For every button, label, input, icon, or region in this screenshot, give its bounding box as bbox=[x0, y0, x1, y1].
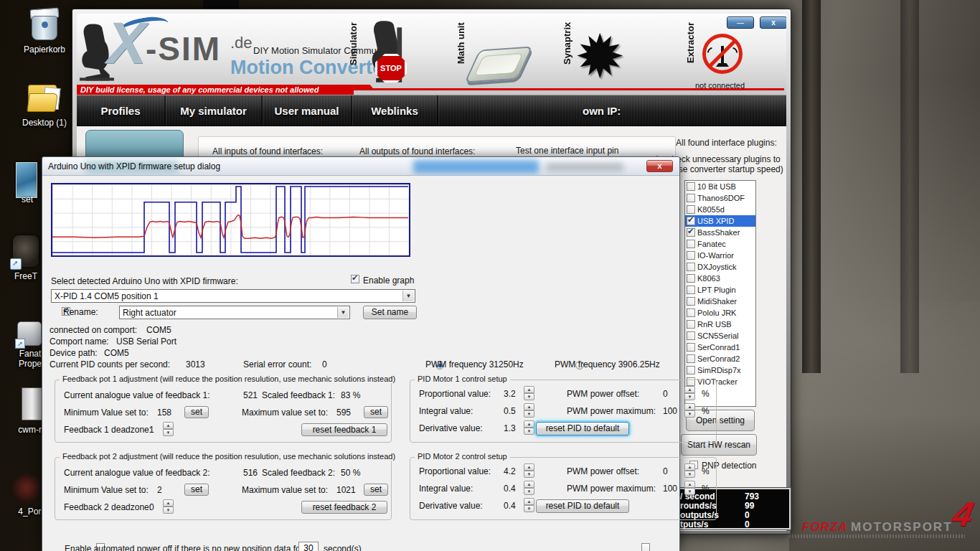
fb2-min-value: 2 bbox=[157, 485, 162, 495]
logo-sim-text: -SIM bbox=[146, 32, 221, 65]
stat-value: 0 bbox=[745, 510, 750, 520]
minimize-button[interactable]: — bbox=[727, 17, 754, 29]
menu-my-simulator[interactable]: My simulator bbox=[166, 95, 263, 126]
group-title: Feedback pot 1 adjustment (will reduce t… bbox=[60, 375, 398, 383]
plugin-name: LPT Plugin bbox=[697, 286, 736, 294]
reset-feedback-2-button[interactable]: reset feedback 2 bbox=[301, 501, 387, 514]
plugin-list-item[interactable]: LPT Plugin bbox=[685, 284, 755, 296]
plugin-list-item[interactable]: 10 Bit USB bbox=[685, 181, 755, 192]
pid1-offset-stepper[interactable]: ▲▼ bbox=[684, 386, 695, 400]
plugin-checkbox[interactable] bbox=[687, 240, 695, 248]
plugin-checkbox[interactable] bbox=[687, 343, 695, 352]
plugin-name: Thanos6DOF bbox=[697, 194, 745, 202]
extra-checkbox[interactable] bbox=[641, 543, 650, 551]
reset-pid-1-button[interactable]: reset PID to default bbox=[536, 422, 629, 435]
plugin-list-item[interactable]: DXJoystick bbox=[685, 261, 755, 273]
fb2-deadzone-stepper[interactable]: ▲▼ bbox=[163, 499, 174, 514]
device-combobox[interactable]: X-PID 1.4 COM5 position 1▼ bbox=[51, 289, 415, 303]
license-banner: DIY build license, usage of any commerci… bbox=[77, 85, 354, 95]
plugin-list[interactable]: 10 Bit USBThanos6DOFK8055dUSB XPIDBassSh… bbox=[684, 180, 756, 407]
fb1-deadzone-stepper[interactable]: ▲▼ bbox=[163, 422, 174, 436]
plugin-list-item[interactable]: Pololu JRK bbox=[685, 307, 755, 319]
poweroff-seconds-input[interactable] bbox=[298, 542, 319, 551]
pid2-max-stepper[interactable]: ▲▼ bbox=[684, 481, 695, 495]
dialog-title-bar[interactable]: Arduino Uno with XPID firmware setup dia… bbox=[42, 157, 679, 176]
plugin-checkbox[interactable] bbox=[687, 251, 695, 260]
plugin-checkbox[interactable] bbox=[687, 366, 695, 375]
plugin-checkbox[interactable] bbox=[687, 286, 695, 294]
stat-value: 0 bbox=[745, 519, 750, 529]
pid1-der-stepper[interactable]: ▲▼ bbox=[524, 420, 534, 435]
plugin-name: K8055d bbox=[697, 205, 725, 214]
plugin-checkbox[interactable] bbox=[687, 354, 695, 363]
plugin-list-item[interactable]: USB XPID bbox=[685, 215, 755, 227]
pid1-prop-stepper[interactable]: ▲▼ bbox=[524, 386, 534, 400]
fb2-deadzone-label: Feedback 2 deadzone: bbox=[64, 502, 151, 512]
plugin-list-item[interactable]: SerConrad2 bbox=[685, 353, 755, 364]
reset-feedback-1-button[interactable]: reset feedback 1 bbox=[301, 423, 387, 436]
fb1-set-min-button[interactable]: set bbox=[184, 406, 209, 418]
warehouse-pillar bbox=[900, 0, 919, 373]
desktop: Papierkorb Desktop (1) set FreeT ➚ Fanat… bbox=[0, 0, 980, 551]
chevron-down-icon[interactable]: ▼ bbox=[402, 291, 414, 301]
plugin-checkbox[interactable] bbox=[687, 217, 695, 225]
set-name-button[interactable]: Set name bbox=[363, 306, 417, 319]
pid2-offset-label: PWM power offset: bbox=[567, 466, 639, 476]
reset-pid-2-button[interactable]: reset PID to default bbox=[536, 499, 629, 513]
desktop-icon-label: set bbox=[11, 194, 43, 204]
pid2-offset-stepper[interactable]: ▲▼ bbox=[684, 463, 695, 478]
plugin-list-item[interactable]: RnR USB bbox=[685, 319, 755, 330]
pid2-der-stepper[interactable]: ▲▼ bbox=[524, 498, 534, 512]
plugin-list-item[interactable]: Thanos6DOF bbox=[685, 192, 755, 204]
plugin-checkbox[interactable] bbox=[687, 309, 695, 317]
pid2-int-stepper[interactable]: ▲▼ bbox=[524, 481, 534, 495]
close-button[interactable]: x bbox=[760, 17, 786, 29]
plugin-list-item[interactable]: SimRDisp7x bbox=[685, 364, 755, 376]
plugin-list-item[interactable]: K8063 bbox=[685, 273, 755, 284]
enable-graph-checkbox[interactable] bbox=[351, 275, 359, 283]
menu-profiles[interactable]: Profiles bbox=[77, 95, 166, 126]
rename-combobox[interactable]: Right actuator▼ bbox=[119, 306, 350, 319]
plugin-name: MidiShaker bbox=[697, 297, 737, 306]
plugin-name: SerConrad2 bbox=[697, 354, 740, 363]
plugin-list-item[interactable]: IO-Warrior bbox=[685, 250, 755, 261]
plugin-list-item[interactable]: Fanatec bbox=[685, 238, 755, 250]
stat-label: tputs/s bbox=[680, 519, 708, 529]
pid1-int-stepper[interactable]: ▲▼ bbox=[524, 403, 534, 418]
plugin-name: K8063 bbox=[697, 274, 720, 283]
fb1-set-max-button[interactable]: set bbox=[364, 406, 388, 418]
device-path-label: Device path: bbox=[50, 348, 98, 358]
pid1-offset-value: 0 bbox=[663, 389, 668, 399]
plugin-list-item[interactable]: SerConrad1 bbox=[685, 342, 755, 353]
pid1-max-stepper[interactable]: ▲▼ bbox=[684, 403, 695, 418]
fb1-deadzone-value: 1 bbox=[149, 425, 154, 435]
plugin-list-item[interactable]: K8055d bbox=[685, 204, 755, 215]
fb2-set-min-button[interactable]: set bbox=[184, 484, 209, 496]
plugin-checkbox[interactable] bbox=[687, 228, 695, 237]
menu-weblinks[interactable]: Weblinks bbox=[352, 95, 438, 126]
pid2-offset-value: 0 bbox=[663, 466, 668, 476]
plugin-list-item[interactable]: MidiShaker bbox=[685, 296, 755, 307]
plugin-checkbox[interactable] bbox=[687, 205, 695, 214]
dialog-close-button[interactable]: x bbox=[646, 160, 673, 172]
plugin-name: SCN5Serial bbox=[697, 331, 738, 340]
menu-user-manual[interactable]: User manual bbox=[263, 95, 352, 126]
plugin-checkbox[interactable] bbox=[687, 274, 695, 283]
cpu-chip-icon[interactable] bbox=[464, 47, 533, 83]
forza-motorsport-logo: FORZA MOTORSPORT 4 bbox=[789, 497, 977, 540]
folder-icon bbox=[28, 83, 61, 112]
plugin-checkbox[interactable] bbox=[687, 182, 695, 191]
chevron-down-icon[interactable]: ▼ bbox=[337, 307, 349, 318]
plugin-checkbox[interactable] bbox=[687, 320, 695, 329]
plugin-checkbox[interactable] bbox=[687, 331, 695, 340]
starburst-icon[interactable]: ✹ bbox=[575, 27, 625, 87]
plugin-checkbox[interactable] bbox=[687, 297, 695, 306]
fb2-set-max-button[interactable]: set bbox=[364, 484, 388, 496]
plugin-list-item[interactable]: BassShaker bbox=[685, 227, 755, 238]
no-signal-icon[interactable] bbox=[702, 34, 743, 74]
pid2-prop-stepper[interactable]: ▲▼ bbox=[524, 463, 534, 478]
plugin-list-item[interactable]: SCN5Serial bbox=[685, 330, 755, 342]
serial-error-label: Serial error count: bbox=[243, 359, 311, 369]
plugin-checkbox[interactable] bbox=[687, 263, 695, 271]
plugin-checkbox[interactable] bbox=[687, 194, 695, 202]
